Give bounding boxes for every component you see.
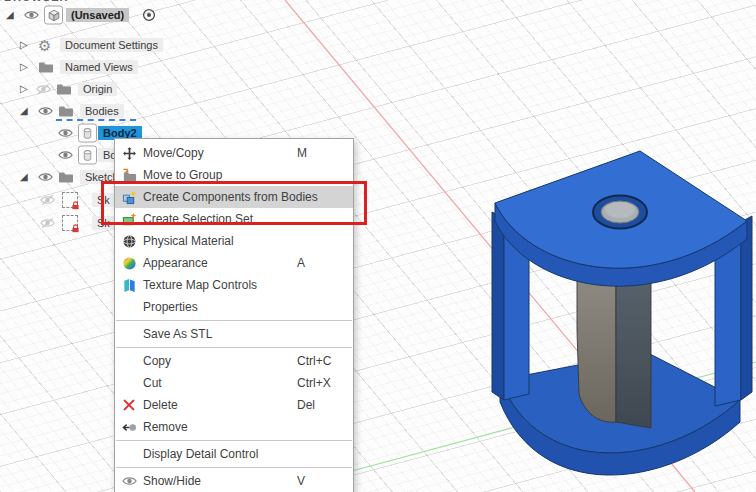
menu-item-shortcut: M <box>297 146 307 160</box>
collapse-triangle-icon[interactable]: ▷ <box>20 62 28 72</box>
menu-item-properties[interactable]: Properties <box>115 296 353 318</box>
menu-item-label: Texture Map Controls <box>143 278 257 292</box>
menu-item-delete[interactable]: Delete Del <box>115 394 353 416</box>
blank-icon <box>121 326 137 342</box>
menu-item-label: Cut <box>143 376 162 390</box>
browser-panel-header: BROWSER <box>0 0 140 6</box>
menu-item-label: Copy <box>143 354 171 368</box>
body-cylinder-icon <box>78 124 97 143</box>
menu-item-appearance[interactable]: Appearance A <box>115 252 353 274</box>
menu-item-move-copy[interactable]: Move/Copy M <box>115 142 353 164</box>
menu-item-label: Properties <box>143 300 198 314</box>
menu-item-shortcut: Ctrl+X <box>297 376 331 390</box>
physical-material-icon <box>121 233 137 249</box>
menu-item-shortcut: Ctrl+C <box>297 354 331 368</box>
visibility-eye-icon[interactable] <box>38 171 53 183</box>
visibility-eye-icon[interactable] <box>58 149 73 161</box>
drag-drop-indicator <box>56 119 136 121</box>
menu-item-label: Appearance <box>143 256 208 270</box>
visibility-eye-icon[interactable] <box>38 105 53 117</box>
menu-item-shortcut: A <box>297 256 305 270</box>
remove-icon <box>121 419 137 435</box>
menu-item-save-as-stl[interactable]: Save As STL <box>115 323 353 345</box>
collapse-triangle-icon[interactable]: ▷ <box>20 40 28 50</box>
menu-item-shortcut: Del <box>297 398 315 412</box>
menu-item-remove[interactable]: Remove <box>115 416 353 438</box>
menu-item-label: Move to Group <box>143 168 222 182</box>
folder-icon <box>58 105 74 117</box>
menu-item-cut[interactable]: Cut Ctrl+X <box>115 372 353 394</box>
blank-icon <box>121 353 137 369</box>
tree-item-label: Document Settings <box>60 38 163 52</box>
visibility-eye-off-icon[interactable] <box>40 217 55 229</box>
visibility-eye-icon[interactable] <box>24 9 39 21</box>
blank-icon <box>121 446 137 462</box>
sketch-locked-icon <box>62 192 78 208</box>
menu-item-shortcut: V <box>297 474 305 488</box>
visibility-eye-off-icon[interactable] <box>40 194 55 206</box>
expand-triangle-icon[interactable]: ◢ <box>20 106 28 116</box>
blank-icon <box>121 299 137 315</box>
document-title: (Unsaved) <box>66 8 129 22</box>
delete-icon <box>121 397 137 413</box>
right-post-side-face <box>741 216 752 400</box>
tree-item-label: Bodies <box>80 104 124 118</box>
model-body[interactable] <box>492 151 752 475</box>
document-cube-icon <box>44 6 63 25</box>
gear-icon: ⚙ <box>38 38 51 53</box>
menu-separator <box>116 440 352 441</box>
top-button-highlight <box>605 202 635 218</box>
left-post-side-face <box>492 212 504 400</box>
annotation-highlight-rectangle <box>101 181 367 225</box>
folder-icon <box>38 61 54 73</box>
menu-item-label: Delete <box>143 398 178 412</box>
tree-item-label: Origin <box>78 82 117 96</box>
fusion360-canvas: { "browser": { "header": "BROWSER" }, "t… <box>0 0 756 492</box>
menu-item-texture-map-controls[interactable]: Texture Map Controls <box>115 274 353 296</box>
menu-item-physical-material[interactable]: Physical Material <box>115 230 353 252</box>
menu-separator <box>116 320 352 321</box>
menu-item-show-hide[interactable]: Show/Hide V <box>115 470 353 492</box>
menu-item-display-detail-control[interactable]: Display Detail Control <box>115 443 353 465</box>
menu-item-label: Move/Copy <box>143 146 204 160</box>
visibility-eye-off-icon[interactable] <box>36 83 51 95</box>
menu-item-label: Remove <box>143 420 188 434</box>
tree-item-sketch2[interactable]: Sk <box>0 213 16 233</box>
texture-map-icon <box>121 277 137 293</box>
tree-item-sketch1[interactable]: Sk <box>0 190 16 210</box>
folder-icon <box>56 83 72 95</box>
show-hide-eye-icon <box>121 473 137 489</box>
expand-triangle-icon[interactable]: ◢ <box>6 10 14 20</box>
menu-separator <box>116 347 352 348</box>
menu-item-copy[interactable]: Copy Ctrl+C <box>115 350 353 372</box>
body-cylinder-icon <box>78 146 97 165</box>
menu-item-label: Display Detail Control <box>143 447 258 461</box>
menu-item-label: Save As STL <box>143 327 212 341</box>
folder-icon <box>58 171 74 183</box>
menu-item-label: Show/Hide <box>143 474 201 488</box>
collapse-triangle-icon[interactable]: ▷ <box>20 84 28 94</box>
expand-triangle-icon[interactable]: ◢ <box>20 172 28 182</box>
activate-radio-icon[interactable] <box>142 8 156 22</box>
menu-separator <box>116 467 352 468</box>
visibility-eye-icon[interactable] <box>58 127 73 139</box>
sketch-locked-icon <box>62 215 78 231</box>
blank-icon <box>121 375 137 391</box>
move-icon <box>121 145 137 161</box>
tree-item-label: Named Views <box>60 60 138 74</box>
browser-header-label: BROWSER <box>0 0 140 3</box>
appearance-icon <box>121 255 137 271</box>
menu-item-label: Physical Material <box>143 234 234 248</box>
